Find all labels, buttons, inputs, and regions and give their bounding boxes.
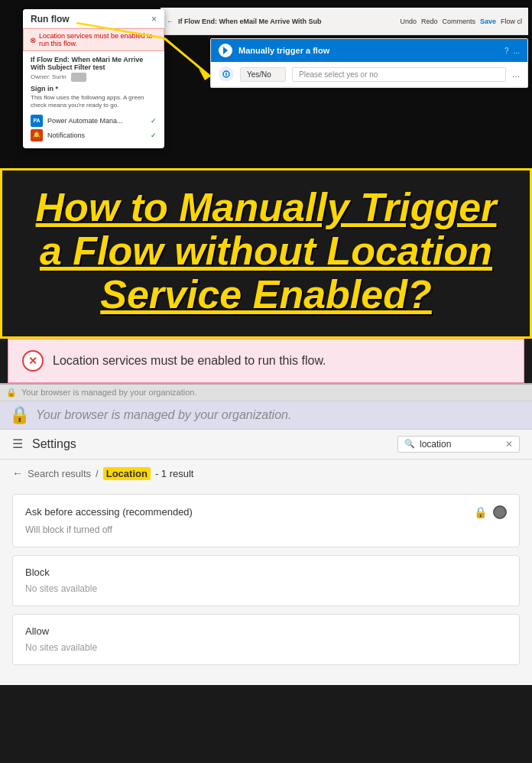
pa-undo-button[interactable]: Undo (400, 18, 417, 25)
run-flow-body: If Flow End: When eMari Me Arrive With S… (23, 51, 164, 148)
trigger-input-row: Yes/No Please select yes or no ... (211, 62, 527, 87)
settings-card-ask-before: Ask before accessing (recommended) 🔒 Wil… (12, 494, 520, 547)
breadcrumb-location-highlight: Location (103, 467, 151, 480)
pa-back-button[interactable]: ← (167, 18, 174, 25)
card-block-empty: No sites available (25, 580, 97, 597)
app-pa-name: Power Automate Mana... (47, 117, 146, 125)
trigger-header: Manually trigger a flow ? ... (211, 39, 527, 62)
browser-managed-bar: 🔒 Your browser is managed by your organi… (0, 385, 532, 401)
trigger-header-actions: ? ... (504, 47, 520, 55)
owner-avatar (71, 73, 86, 82)
trigger-title-text: Manually trigger a flow (238, 46, 498, 55)
main-title: How to Manually Trigger a Flow without L… (25, 186, 507, 317)
run-flow-description: This flow uses the following apps. A gre… (31, 94, 157, 110)
trigger-row-more-button[interactable]: ... (512, 69, 520, 80)
run-flow-header: Run flow × (23, 9, 164, 28)
trigger-help-button[interactable]: ? (504, 47, 509, 55)
svg-marker-3 (199, 69, 210, 80)
run-flow-error-text: Location services must be enabled to run… (39, 32, 157, 47)
error-banner: ✕ Location services must be enabled to r… (8, 339, 524, 383)
card-ask-toggle[interactable] (493, 505, 507, 519)
settings-card-block: Block No sites available (12, 555, 520, 606)
pa-flow-title: If Flow End: When eMail Me Arrive With S… (178, 18, 395, 25)
breadcrumb-bar: ← Search results / Location - 1 result (0, 459, 532, 488)
trigger-value-input[interactable]: Please select yes or no (292, 67, 506, 82)
settings-cards-container: Ask before accessing (recommended) 🔒 Wil… (0, 488, 532, 685)
trigger-panel: Manually trigger a flow ? ... Yes/No Ple… (210, 38, 528, 88)
trigger-more-button[interactable]: ... (514, 47, 520, 55)
card-ask-header: Ask before accessing (recommended) 🔒 (25, 505, 507, 519)
power-automate-bar: ← If Flow End: When eMail Me Arrive With… (161, 8, 528, 35)
app-notif-name: Notifications (47, 131, 146, 139)
pa-comments-button[interactable]: Comments (442, 18, 475, 25)
error-circle-icon: ⊗ (30, 36, 36, 44)
settings-card-allow: Allow No sites available (12, 614, 520, 665)
browser-managed-bar-2: 🔒 Your browser is managed by your organi… (0, 401, 532, 430)
card-allow-header: Allow (25, 625, 507, 637)
run-flow-app-pa: PA Power Automate Mana... ✓ (31, 115, 157, 127)
browser-lock-icon: 🔒 (6, 388, 17, 398)
search-icon: 🔍 (404, 439, 415, 449)
run-flow-owner: Owner: Surin (31, 73, 157, 82)
pa-redo-button[interactable]: Redo (421, 18, 438, 25)
browser-managed-text-2: Your browser is managed by your organiza… (36, 408, 291, 422)
trigger-type-icon (219, 67, 234, 82)
run-flow-signin-label: Sign in * (31, 85, 157, 93)
run-flow-error-banner: ⊗ Location services must be enabled to r… (23, 28, 164, 51)
breadcrumb-back-button[interactable]: ← (12, 467, 23, 479)
lock-icon-2: 🔒 (9, 405, 30, 425)
run-flow-close-button[interactable]: × (151, 14, 157, 24)
card-ask-lock-icon: 🔒 (474, 506, 487, 518)
top-section: Run flow × ⊗ Location services must be e… (0, 0, 532, 168)
breadcrumb-search-results[interactable]: Search results (28, 468, 91, 479)
trigger-type-dropdown[interactable]: Yes/No (240, 67, 286, 82)
card-allow-empty: No sites available (25, 639, 97, 656)
settings-page-title: Settings (32, 437, 388, 451)
card-block-title: Block (25, 567, 50, 578)
power-automate-icon: PA (31, 115, 43, 127)
error-banner-text: Location services must be enabled to run… (53, 354, 326, 368)
pa-bar-actions: Undo Redo Comments Save Flow cl (400, 18, 522, 25)
card-ask-controls: 🔒 (474, 505, 507, 519)
browser-managed-text: Your browser is managed by your organiza… (21, 388, 197, 397)
breadcrumb-result-count: - 1 result (155, 468, 194, 479)
error-circle-icon: ✕ (22, 350, 44, 372)
hamburger-menu-icon[interactable]: ☰ (12, 437, 23, 451)
app-notif-check-icon: ✓ (151, 131, 157, 139)
card-allow-title: Allow (25, 625, 49, 637)
search-input-value: location (420, 439, 501, 450)
search-clear-button[interactable]: ✕ (505, 439, 513, 450)
card-ask-title: Ask before accessing (recommended) (25, 506, 193, 518)
settings-search-box[interactable]: 🔍 location ✕ (397, 436, 520, 453)
breadcrumb-separator: / (96, 468, 99, 479)
settings-section: 🔒 Your browser is managed by your organi… (0, 383, 532, 685)
main-content: How to Manually Trigger a Flow without L… (0, 168, 532, 685)
run-flow-app-notif: 🔔 Notifications ✓ (31, 129, 157, 141)
title-box: How to Manually Trigger a Flow without L… (0, 168, 532, 339)
notifications-icon: 🔔 (31, 129, 43, 141)
run-flow-subtitle: If Flow End: When eMari Me Arrive With S… (31, 56, 157, 71)
card-ask-subtitle: Will block if turned off (25, 524, 112, 535)
svg-line-2 (164, 38, 210, 76)
pa-save-button[interactable]: Save (480, 18, 496, 25)
run-flow-panel: Run flow × ⊗ Location services must be e… (23, 9, 164, 148)
settings-toolbar: ☰ Settings 🔍 location ✕ (0, 430, 532, 459)
card-block-header: Block (25, 567, 507, 578)
trigger-flow-icon (219, 44, 232, 57)
pa-flow-button[interactable]: Flow cl (501, 18, 522, 25)
app-pa-check-icon: ✓ (151, 117, 157, 125)
error-x-symbol: ✕ (28, 356, 37, 366)
run-flow-title: Run flow (31, 14, 70, 24)
